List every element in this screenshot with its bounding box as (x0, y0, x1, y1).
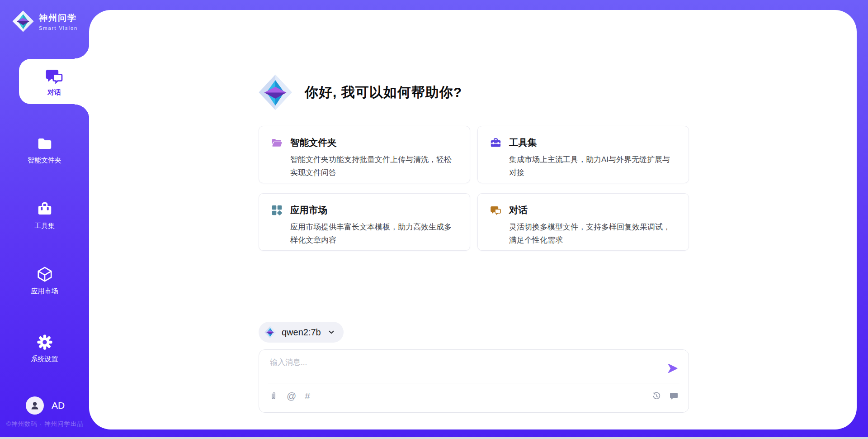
card-smart-folder[interactable]: 智能文件夹 智能文件夹功能支持批量文件上传与清洗，轻松实现文件问答 (259, 126, 470, 183)
card-app-market[interactable]: 应用市场 应用市场提供丰富长文本模板，助力高效生成多样化文章内容 (259, 193, 470, 251)
card-description: 智能文件夹功能支持批量文件上传与清洗，轻松实现文件问答 (290, 153, 457, 179)
card-description: 应用市场提供丰富长文本模板，助力高效生成多样化文章内容 (290, 220, 457, 247)
user-account[interactable]: AD (26, 396, 65, 415)
comment-icon[interactable] (669, 391, 679, 401)
diamond-logo-icon (264, 325, 276, 339)
card-title: 智能文件夹 (290, 136, 337, 149)
model-selector[interactable]: qwen2:7b (259, 322, 344, 343)
tab-fillet-bottom (75, 104, 90, 119)
message-input[interactable] (270, 357, 653, 381)
sidebar-item-label: 应用市场 (31, 287, 58, 296)
briefcase-icon (490, 137, 502, 149)
card-title: 应用市场 (290, 204, 327, 216)
composer-tools-right (652, 391, 679, 401)
greeting: 你好, 我可以如何帮助你? (258, 72, 462, 112)
card-description: 灵活切换多模型文件，支持多样回复效果调试，满足个性化需求 (509, 220, 676, 247)
folder-open-icon (271, 137, 283, 149)
greeting-title: 你好, 我可以如何帮助你? (305, 83, 462, 102)
copyright-text: ©神州数码 · 神州问学出品 (6, 420, 84, 428)
chat-icon (44, 66, 64, 86)
card-toolset[interactable]: 工具集 集成市场上主流工具，助力AI与外界无缝扩展与对接 (477, 126, 689, 183)
send-icon[interactable] (667, 363, 679, 374)
folder-icon (36, 135, 53, 152)
tab-fillet-top (75, 44, 90, 59)
person-icon (29, 400, 40, 411)
history-icon[interactable] (652, 391, 661, 401)
gear-icon (36, 334, 53, 351)
sidebar-item-chat[interactable]: 对话 (19, 59, 90, 104)
briefcase-icon (36, 200, 53, 218)
paperclip-icon[interactable] (269, 391, 278, 401)
message-composer: @ # (259, 349, 689, 413)
chevron-down-icon (327, 328, 335, 336)
sidebar-item-smart-folder[interactable]: 智能文件夹 (0, 132, 89, 165)
card-description: 集成市场上主流工具，助力AI与外界无缝扩展与对接 (509, 153, 676, 179)
grid-icon (271, 204, 283, 216)
cube-icon (36, 266, 53, 283)
at-icon[interactable]: @ (287, 391, 296, 401)
hash-icon[interactable]: # (305, 391, 310, 401)
sidebar-item-toolset[interactable]: 工具集 (0, 198, 89, 230)
brand-logo: 神州问学 Smart Vision (12, 10, 78, 33)
sidebar: 神州问学 Smart Vision 对话 智能文件夹 工具集 (0, 0, 89, 439)
model-name: qwen2:7b (282, 327, 321, 338)
sidebar-item-label: 智能文件夹 (28, 156, 61, 165)
sidebar-item-label: 对话 (47, 88, 61, 97)
card-title: 对话 (509, 204, 528, 216)
chat-icon (490, 204, 502, 216)
feature-cards: 智能文件夹 智能文件夹功能支持批量文件上传与清洗，轻松实现文件问答 工具集 集成… (259, 126, 689, 251)
sidebar-item-label: 系统设置 (31, 355, 58, 363)
card-title: 工具集 (509, 136, 537, 149)
sidebar-item-settings[interactable]: 系统设置 (0, 331, 89, 363)
brand-subtitle: Smart Vision (39, 25, 78, 31)
sidebar-item-label: 工具集 (34, 222, 55, 230)
avatar (26, 396, 44, 415)
card-chat[interactable]: 对话 灵活切换多模型文件，支持多样回复效果调试，满足个性化需求 (477, 193, 689, 251)
brand-name: 神州问学 (39, 12, 78, 24)
composer-tools-left: @ # (269, 391, 310, 401)
bottom-scrollbar-strip (0, 437, 868, 439)
composer-divider (268, 383, 679, 383)
diamond-logo-icon (12, 10, 34, 33)
sidebar-item-app-market[interactable]: 应用市场 (0, 263, 89, 296)
user-initials: AD (52, 400, 65, 411)
diamond-logo-icon (258, 72, 293, 112)
